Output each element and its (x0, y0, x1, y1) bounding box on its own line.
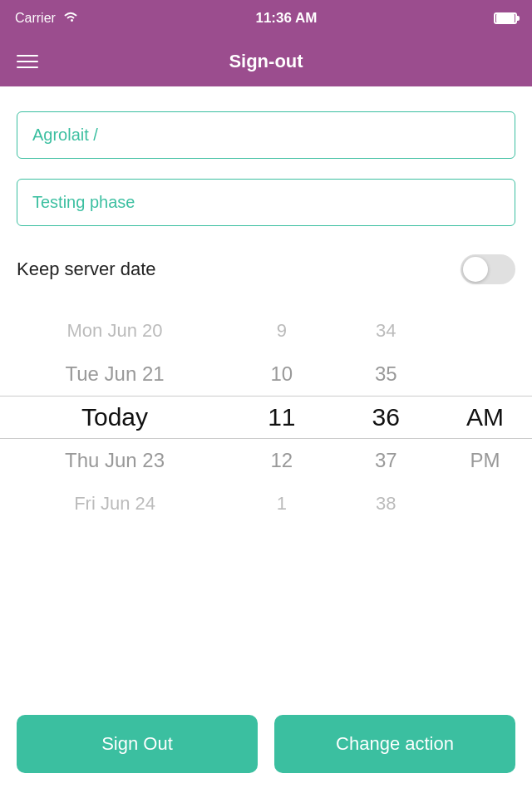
picker-hour-item-1[interactable]: 10 (229, 352, 333, 396)
wifi-icon (62, 11, 79, 26)
keep-server-date-label: Keep server date (17, 259, 156, 280)
picker-ampm-item-3[interactable]: PM (438, 439, 532, 482)
picker-ampm-item-1[interactable] (438, 352, 532, 396)
menu-button[interactable] (17, 55, 38, 68)
change-action-button[interactable]: Change action (274, 715, 515, 773)
picker-hour-item-3[interactable]: 12 (229, 439, 333, 482)
picker-hour-column[interactable]: 9 10 11 12 1 (229, 309, 333, 525)
picker-ampm-item-0[interactable] (438, 309, 532, 352)
picker-minute-item-3[interactable]: 37 (334, 439, 438, 482)
bottom-buttons: Sign Out Change action (17, 715, 515, 773)
status-time: 11:36 AM (255, 10, 317, 27)
picker-date-item-0[interactable]: Mon Jun 20 (0, 309, 229, 352)
carrier-label: Carrier (15, 11, 56, 26)
picker-minute-item-2[interactable]: 36 (334, 396, 438, 439)
keep-server-date-toggle[interactable] (461, 254, 515, 284)
status-left: Carrier (15, 11, 79, 26)
picker-date-item-1[interactable]: Tue Jun 21 (0, 352, 229, 396)
picker-date-item-3[interactable]: Thu Jun 23 (0, 439, 229, 482)
status-bar: Carrier 11:36 AM (0, 0, 532, 37)
testing-phase-field[interactable] (17, 179, 515, 226)
sign-out-button[interactable]: Sign Out (17, 715, 258, 773)
picker-hour-item-4[interactable]: 1 (229, 482, 333, 525)
picker-hour-item-2[interactable]: 11 (229, 396, 333, 439)
battery-icon (494, 12, 517, 24)
main-content: Keep server date Mon Jun 20 Tue Jun 21 T… (0, 86, 532, 525)
picker-ampm-item-2[interactable]: AM (438, 396, 532, 439)
app-header: Sign-out (0, 37, 532, 86)
datetime-picker[interactable]: Mon Jun 20 Tue Jun 21 Today Thu Jun 23 F… (0, 309, 532, 525)
picker-ampm-column[interactable]: AM PM (438, 309, 532, 525)
picker-ampm-item-4[interactable] (438, 482, 532, 525)
status-right (494, 12, 517, 24)
picker-date-column[interactable]: Mon Jun 20 Tue Jun 21 Today Thu Jun 23 F… (0, 309, 229, 525)
picker-minute-item-4[interactable]: 38 (334, 482, 438, 525)
picker-minute-item-0[interactable]: 34 (334, 309, 438, 352)
picker-date-item-4[interactable]: Fri Jun 24 (0, 482, 229, 525)
picker-hour-item-0[interactable]: 9 (229, 309, 333, 352)
picker-minute-column[interactable]: 34 35 36 37 38 (334, 309, 438, 525)
page-title: Sign-out (38, 51, 494, 72)
picker-date-item-2[interactable]: Today (0, 396, 229, 439)
toggle-knob (463, 257, 488, 282)
picker-minute-item-1[interactable]: 35 (334, 352, 438, 396)
agrolait-field[interactable] (17, 111, 515, 159)
keep-server-date-row: Keep server date (17, 246, 515, 309)
